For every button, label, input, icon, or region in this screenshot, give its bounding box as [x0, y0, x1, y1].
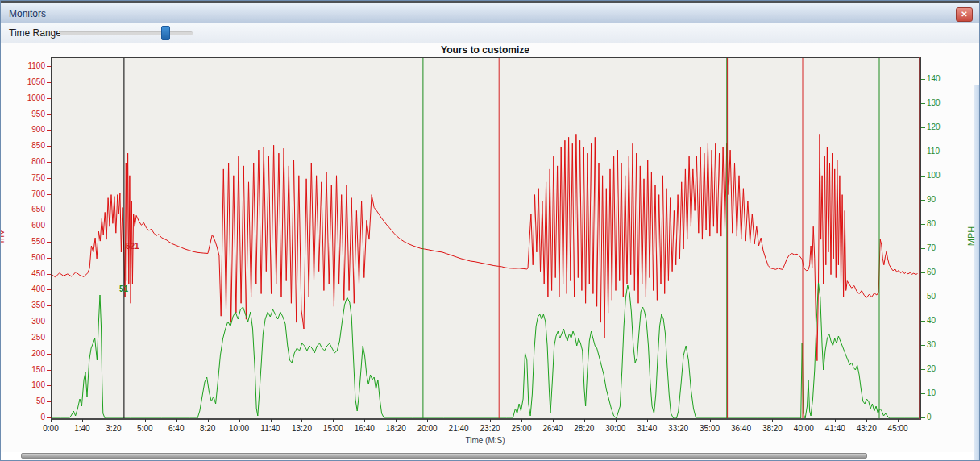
y-left-tick-mark	[47, 226, 51, 226]
y-left-tick-label: 400	[13, 284, 45, 293]
plot-canvas	[52, 58, 920, 418]
x-tick-mark	[741, 419, 741, 422]
window-right-edge	[974, 85, 980, 461]
x-tick-label: 31:40	[629, 424, 665, 433]
x-tick-mark	[176, 419, 177, 422]
x-tick-label: 45:00	[880, 424, 916, 433]
x-tick-label: 35:00	[692, 424, 728, 433]
x-tick-mark	[835, 419, 836, 422]
y-right-tick-mark	[921, 297, 925, 297]
cursor-readout-left: 521	[126, 242, 139, 251]
time-range-label: Time Range	[9, 27, 61, 39]
y-right-tick-mark	[921, 248, 925, 249]
y-left-tick-label: 1000	[13, 93, 45, 102]
window-title: Monitors	[9, 8, 46, 19]
y-left-tick-mark	[47, 274, 51, 275]
x-tick-mark	[490, 419, 491, 422]
x-tick-label: 11:40	[253, 424, 289, 433]
y-left-tick-mark	[47, 305, 51, 306]
x-tick-label: 38:20	[754, 424, 790, 433]
x-tick-label: 10:00	[222, 424, 257, 433]
x-tick-mark	[51, 419, 52, 422]
x-tick-mark	[396, 419, 397, 422]
y-left-tick-label: 250	[13, 333, 45, 342]
x-tick-label: 33:20	[661, 424, 696, 433]
x-tick-mark	[271, 419, 272, 422]
y-right-tick-label: 50	[927, 292, 954, 301]
y-left-tick-label: 700	[13, 189, 45, 198]
time-range-slider-thumb[interactable]	[161, 26, 170, 40]
y-left-tick-mark	[47, 322, 51, 322]
x-tick-label: 40:00	[786, 424, 821, 433]
y-right-tick-mark	[921, 79, 925, 80]
y-left-tick-mark	[47, 82, 51, 83]
y-right-tick-label: 80	[927, 219, 954, 228]
y-axis-right-title: MPH	[966, 226, 976, 246]
y-right-tick-mark	[921, 176, 925, 177]
y-left-tick-mark	[47, 210, 51, 210]
monitors-window: Monitors ✕ Time Range Yours to customize…	[0, 0, 980, 461]
y-left-tick-mark	[47, 354, 51, 355]
y-left-tick-mark	[47, 370, 51, 371]
x-tick-mark	[208, 419, 209, 422]
y-left-tick-label: 550	[13, 237, 45, 246]
close-button[interactable]: ✕	[956, 7, 973, 22]
y-right-tick-mark	[921, 272, 925, 273]
y-right-tick-label: 70	[927, 243, 954, 252]
y-right-tick-mark	[921, 127, 925, 128]
y-left-tick-mark	[47, 385, 51, 386]
y-left-tick-label: 50	[13, 397, 45, 405]
x-tick-mark	[679, 419, 679, 422]
x-tick-mark	[364, 419, 365, 422]
time-range-slider-track[interactable]	[60, 31, 193, 35]
titlebar[interactable]: Monitors ✕	[1, 3, 980, 24]
y-right-tick-mark	[921, 103, 925, 104]
chart-title: Yours to customize	[51, 44, 920, 56]
plot-right-spine	[919, 57, 920, 419]
y-left-tick-label: 450	[13, 269, 45, 278]
y-left-tick-label: 100	[13, 380, 45, 389]
plot-area[interactable]	[51, 57, 921, 420]
x-tick-mark	[898, 419, 899, 422]
x-tick-label: 8:20	[190, 424, 226, 433]
y-left-tick-label: 1100	[13, 61, 45, 70]
x-tick-mark	[647, 419, 648, 422]
y-left-tick-label: 750	[13, 173, 45, 182]
x-tick-mark	[301, 419, 302, 422]
y-right-tick-mark	[921, 393, 925, 394]
y-right-tick-mark	[921, 321, 925, 322]
y-axis-left-title: mV	[0, 230, 6, 243]
y-left-tick-mark	[47, 194, 51, 195]
x-tick-mark	[804, 419, 804, 422]
x-tick-mark	[521, 419, 522, 422]
x-tick-mark	[616, 419, 617, 422]
y-left-tick-mark	[47, 338, 51, 338]
mph-series-line	[52, 283, 919, 418]
y-right-tick-mark	[921, 152, 925, 152]
y-right-tick-mark	[921, 345, 925, 346]
y-right-tick-label: 90	[927, 195, 954, 204]
horizontal-scrollbar[interactable]	[21, 453, 867, 459]
x-tick-label: 43:20	[849, 424, 884, 433]
x-axis-title: Time (M:S)	[51, 436, 920, 445]
y-right-tick-mark	[921, 369, 925, 370]
x-tick-label: 0:00	[33, 424, 69, 433]
y-left-tick-label: 300	[13, 317, 45, 326]
y-right-tick-mark	[921, 224, 925, 225]
y-left-tick-label: 800	[13, 157, 45, 166]
y-right-tick-label: 40	[927, 316, 954, 325]
y-left-tick-label: 200	[13, 349, 45, 358]
y-right-tick-label: 100	[927, 171, 954, 180]
cursor-readout-right: 51	[119, 284, 128, 293]
x-tick-label: 21:40	[441, 424, 476, 433]
x-tick-label: 28:20	[567, 424, 602, 433]
x-tick-label: 25:00	[504, 424, 539, 433]
x-tick-label: 41:40	[817, 424, 853, 433]
x-tick-label: 18:20	[378, 424, 413, 433]
x-tick-mark	[772, 419, 773, 422]
y-left-tick-label: 900	[13, 125, 45, 134]
y-right-tick-label: 130	[927, 98, 954, 107]
y-left-tick-mark	[47, 66, 51, 67]
x-tick-mark	[459, 419, 459, 422]
x-tick-label: 23:20	[472, 424, 508, 433]
